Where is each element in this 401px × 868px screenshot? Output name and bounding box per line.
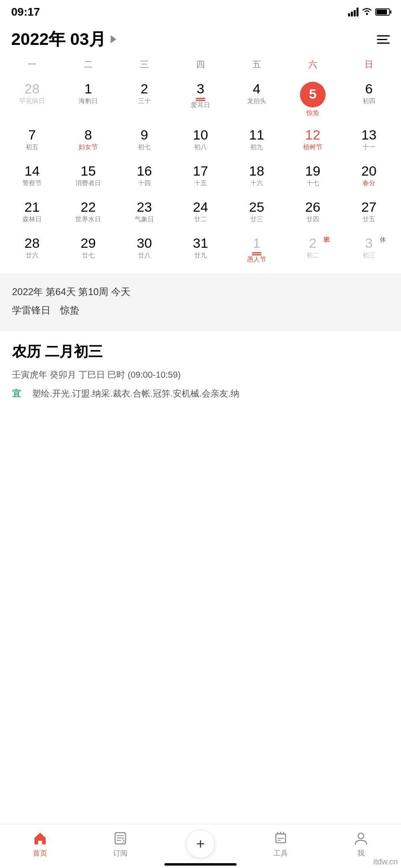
day-cell[interactable]: 16十四 — [116, 159, 172, 195]
day-number-wrapper: 28 — [24, 236, 40, 251]
calendar-grid: 28罕见病日1海豹日2三十3爱耳日4龙抬头5惊蛰6初四7初五8妇女节9初七10初… — [4, 77, 397, 269]
calendar: 一 二 三 四 五 六 日 28罕见病日1海豹日2三十3爱耳日4龙抬头5惊蛰6初… — [0, 55, 401, 269]
day-cell[interactable]: 24廿二 — [172, 195, 229, 231]
day-cell[interactable]: 18十六 — [229, 159, 285, 195]
day-number: 13 — [361, 128, 377, 142]
add-button[interactable]: + — [186, 830, 215, 858]
day-number: 28 — [24, 236, 40, 250]
day-cell[interactable]: 9初七 — [116, 123, 172, 159]
day-sub: 警察节 — [22, 179, 42, 187]
day-sub: 廿四 — [306, 215, 319, 223]
day-cell[interactable]: 30廿八 — [116, 231, 172, 269]
nav-item-home[interactable]: 首页 — [0, 830, 80, 858]
bottom-nav: 首页 订阅 + — [0, 824, 401, 868]
day-sub: 愚人节 — [247, 255, 266, 263]
day-cell[interactable]: 29廿七 — [60, 231, 116, 269]
day-cell[interactable]: 27廿五 — [341, 195, 397, 231]
day-cell[interactable]: 20春分 — [341, 159, 397, 195]
watermark: itdw.cn — [370, 856, 401, 868]
day-cell[interactable]: 班2初二 — [285, 231, 341, 269]
day-cell[interactable]: 28廿六 — [4, 231, 60, 269]
nav-item-add[interactable]: + — [160, 830, 241, 858]
day-cell[interactable]: 3爱耳日 — [172, 77, 229, 123]
status-time: 09:17 — [11, 6, 40, 18]
lunar-title: 农历 二月初三 — [12, 342, 389, 362]
day-sub: 廿二 — [194, 215, 207, 223]
day-number-wrapper: 9 — [141, 128, 148, 143]
day-cell[interactable]: 22世界水日 — [60, 195, 116, 231]
wifi-icon — [362, 6, 372, 18]
day-sub: 森林日 — [22, 215, 42, 223]
day-cell[interactable]: 15消费者日 — [60, 159, 116, 195]
day-number-wrapper: 27 — [361, 200, 377, 215]
day-cell[interactable]: 21森林日 — [4, 195, 60, 231]
day-sub: 十七 — [306, 179, 319, 187]
bottom-indicator — [164, 863, 237, 866]
day-cell[interactable]: 1愚人节 — [229, 231, 285, 269]
menu-button[interactable] — [377, 35, 390, 44]
day-cell[interactable]: 28罕见病日 — [4, 77, 60, 123]
nav-item-profile[interactable]: 我 — [321, 830, 401, 858]
day-number-wrapper: 14 — [24, 164, 40, 179]
day-number: 1 — [85, 82, 92, 95]
day-number: 19 — [305, 164, 320, 178]
nav-item-tools[interactable]: 工具 — [241, 830, 321, 858]
day-cell[interactable]: 10初八 — [172, 123, 229, 159]
day-sub: 初四 — [363, 97, 375, 105]
day-cell[interactable]: 17十五 — [172, 159, 229, 195]
today-circle: 5 — [300, 82, 326, 107]
day-cell[interactable]: 1海豹日 — [60, 77, 116, 123]
svg-point-3 — [358, 833, 364, 839]
day-badge: 班 — [324, 236, 330, 244]
menu-line-2 — [377, 39, 387, 40]
day-cell[interactable]: 5惊蛰 — [285, 77, 341, 123]
day-cell[interactable]: 7初五 — [4, 123, 60, 159]
day-number-wrapper: 24 — [193, 200, 208, 215]
day-cell[interactable]: 19十七 — [285, 159, 341, 195]
day-sub: 廿九 — [194, 251, 207, 259]
day-cell[interactable]: 休3初三 — [341, 231, 397, 269]
day-number-wrapper: 16 — [137, 164, 152, 179]
day-number: 29 — [81, 236, 96, 250]
day-number: 6 — [365, 82, 373, 95]
day-cell[interactable]: 6初四 — [341, 77, 397, 123]
day-number: 30 — [137, 236, 152, 250]
weekday-sun: 日 — [341, 55, 397, 74]
day-number: 28 — [24, 82, 40, 95]
day-number: 27 — [361, 200, 377, 214]
day-sub: 妇女节 — [79, 143, 98, 151]
day-sub: 廿三 — [250, 215, 263, 223]
day-number: 7 — [28, 128, 36, 142]
day-number-wrapper: 10 — [193, 128, 208, 143]
day-number: 25 — [249, 200, 264, 214]
day-cell[interactable]: 8妇女节 — [60, 123, 116, 159]
yi-content: 塑绘.开光.订盟.纳采.裁衣.合帐.冠笄.安机械.会亲友.纳 — [23, 388, 239, 399]
day-cell[interactable]: 31廿九 — [172, 231, 229, 269]
day-number-wrapper: 4 — [253, 82, 261, 97]
day-number-wrapper: 21 — [24, 200, 40, 215]
nav-item-subscribe[interactable]: 订阅 — [80, 830, 160, 858]
day-number: 3 — [365, 236, 373, 250]
day-sub: 初二 — [306, 251, 319, 259]
day-cell[interactable]: 11初九 — [229, 123, 285, 159]
day-cell[interactable]: 13十一 — [341, 123, 397, 159]
day-cell[interactable]: 12植树节 — [285, 123, 341, 159]
day-number-wrapper: 13 — [361, 128, 377, 143]
weekday-wed: 三 — [116, 55, 172, 74]
day-cell[interactable]: 23气象日 — [116, 195, 172, 231]
day-cell[interactable]: 2三十 — [116, 77, 172, 123]
day-number: 4 — [253, 82, 261, 95]
status-bar: 09:17 — [0, 0, 401, 22]
day-number-wrapper: 1 — [85, 82, 92, 97]
profile-icon — [352, 830, 369, 847]
day-sub: 初五 — [26, 143, 38, 151]
day-cell[interactable]: 14警察节 — [4, 159, 60, 195]
day-cell[interactable]: 4龙抬头 — [229, 77, 285, 123]
day-number-wrapper: 20 — [361, 164, 377, 179]
day-cell[interactable]: 25廿三 — [229, 195, 285, 231]
day-number-wrapper: 6 — [365, 82, 373, 97]
day-number-wrapper: 22 — [81, 200, 96, 215]
month-title[interactable]: 2022年 03月 — [11, 28, 116, 51]
day-number-wrapper: 29 — [81, 236, 96, 251]
day-cell[interactable]: 26廿四 — [285, 195, 341, 231]
